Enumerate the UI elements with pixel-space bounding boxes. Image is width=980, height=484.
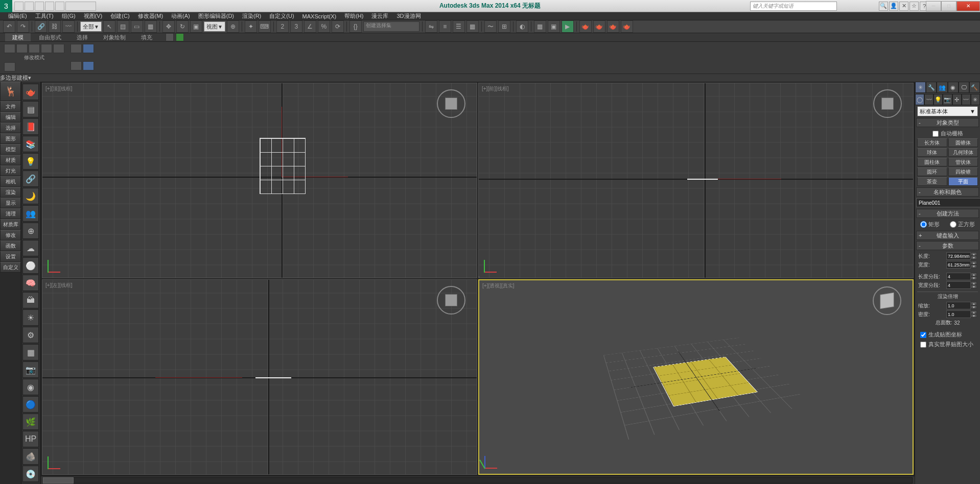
moon-tool-icon[interactable]: 🌙	[22, 188, 39, 204]
utilities-tab-icon[interactable]: 🔨	[969, 82, 980, 93]
scale-down[interactable]: ▼	[971, 305, 977, 309]
wsegs-down[interactable]: ▼	[971, 285, 977, 288]
length-up[interactable]: ▲	[971, 252, 977, 256]
select-by-name-icon[interactable]: ▤	[117, 20, 129, 33]
named-selection-sets-input[interactable]: 创建选择集	[363, 21, 419, 32]
helpers-subtab-icon[interactable]: ✢	[952, 94, 962, 105]
minimize-button[interactable]: ─	[926, 1, 941, 11]
menu-edit[interactable]: 编辑(E)	[5, 12, 30, 20]
gear-tool-icon[interactable]: ⚙	[22, 327, 39, 343]
signin-icon[interactable]: 👤	[889, 2, 898, 11]
tab-object-paint[interactable]: 对象绘制	[96, 33, 133, 41]
rock-tool-icon[interactable]: 🪨	[22, 448, 39, 465]
exchange-icon[interactable]: ✕	[899, 2, 908, 11]
redo-icon[interactable]: ↷	[17, 20, 29, 33]
menu-rendering[interactable]: 渲染(R)	[239, 12, 264, 20]
ribbon-modifier2-icon[interactable]	[83, 44, 94, 53]
length-segs-input[interactable]	[946, 273, 971, 280]
light-tool-icon[interactable]: 💡	[22, 153, 39, 170]
ribbon-face-icon[interactable]	[41, 44, 52, 53]
snap-2d-icon[interactable]: 2	[276, 20, 289, 33]
teapot-3-icon[interactable]: 🫖	[607, 20, 619, 33]
modify-tab-icon[interactable]: 🔧	[926, 82, 937, 93]
ref-coord-dropdown[interactable]: 视图 ▼	[204, 21, 225, 32]
bind-spacewarp-icon[interactable]: 〰	[62, 20, 75, 33]
vside-lights[interactable]: 灯光	[0, 165, 21, 176]
menu-modifiers[interactable]: 修改器(M)	[135, 12, 167, 20]
edit-named-sets-icon[interactable]: {}	[349, 20, 362, 33]
close-button[interactable]: ✕	[956, 1, 980, 11]
vside-camera[interactable]: 相机	[0, 176, 21, 187]
viewport-front[interactable]: [+][前][线框] GXI网 system.com	[478, 83, 914, 278]
vside-custom[interactable]: 自定义	[0, 262, 21, 273]
vside-render[interactable]: 渲染	[0, 187, 21, 198]
viewport-front-viewcube[interactable]	[872, 88, 903, 119]
polygon-modeling-dropdown[interactable]: 多边形建模▾	[0, 74, 980, 82]
box-button[interactable]: 长方体	[917, 138, 947, 147]
vside-display[interactable]: 显示	[0, 198, 21, 208]
menu-cloud-lib[interactable]: 漫云库	[368, 12, 391, 20]
align-icon[interactable]: ≡	[439, 20, 451, 33]
ribbon-modifier4-icon[interactable]	[83, 61, 94, 70]
selection-filter-dropdown[interactable]: 全部 ▼	[80, 21, 102, 32]
time-slider[interactable]	[41, 476, 915, 484]
viewport-persp-label[interactable]: [+][透视][真实]	[482, 282, 515, 289]
mountain-tool-icon[interactable]: 🏔	[22, 292, 39, 308]
cameras-subtab-icon[interactable]: 📷	[943, 94, 952, 105]
mirror-icon[interactable]: ⇋	[425, 20, 437, 33]
tab-modeling[interactable]: 建模	[5, 33, 31, 41]
pivot-center-icon[interactable]: ⊕	[227, 20, 239, 33]
brain-tool-icon[interactable]: 🧠	[22, 275, 39, 291]
viewport-top[interactable]: [+][顶][线框]	[42, 83, 477, 278]
select-scale-icon[interactable]: ▣	[190, 20, 202, 33]
snap-3d-icon[interactable]: 3	[290, 20, 302, 33]
menu-group[interactable]: 组(G)	[59, 12, 79, 20]
vside-settings[interactable]: 设置	[0, 251, 21, 262]
ribbon-collapse-icon[interactable]	[4, 62, 15, 71]
rectangle-radio[interactable]	[920, 221, 927, 228]
ribbon-poly-icon[interactable]	[4, 44, 15, 53]
cone-button[interactable]: 圆锥体	[948, 138, 978, 147]
tab-selection[interactable]: 选择	[69, 33, 95, 41]
select-rotate-icon[interactable]: ↻	[176, 20, 189, 33]
qat-new-icon[interactable]	[14, 2, 24, 11]
material-editor-icon[interactable]: ◐	[516, 20, 528, 33]
lights-subtab-icon[interactable]: 💡	[934, 94, 943, 105]
density-down[interactable]: ▼	[971, 314, 977, 318]
library-tool-icon[interactable]: 📚	[22, 136, 39, 152]
menu-tools[interactable]: 工具(T)	[32, 12, 57, 20]
parameters-rollout[interactable]: -参数	[916, 241, 979, 250]
menu-3d-network[interactable]: 3D漫游网	[393, 12, 424, 20]
motion-tab-icon[interactable]: ◉	[948, 82, 959, 93]
object-name-input[interactable]	[916, 198, 980, 207]
ribbon-edge-icon[interactable]	[16, 44, 28, 53]
keyboard-input-rollout[interactable]: +键盘输入	[916, 231, 979, 240]
torus-button[interactable]: 圆环	[917, 167, 947, 176]
viewport-left-viewcube[interactable]	[436, 285, 466, 316]
plane-button[interactable]: 平面	[948, 177, 978, 186]
object-type-rollout[interactable]: -对象类型	[916, 118, 979, 127]
spacewarps-subtab-icon[interactable]: 〰	[962, 94, 971, 105]
cloud-tool-icon[interactable]: ☁	[22, 240, 39, 256]
vside-material[interactable]: 材质	[0, 155, 21, 165]
tab-freeform[interactable]: 自由形式	[32, 33, 68, 41]
vside-select[interactable]: 选择	[0, 123, 21, 133]
select-object-icon[interactable]: ↖	[103, 20, 115, 33]
menu-maxscript[interactable]: MAXScript(X)	[299, 12, 340, 20]
sphere-button[interactable]: 球体	[917, 148, 947, 157]
length-down[interactable]: ▼	[971, 256, 977, 259]
create-tab-icon[interactable]: ✳	[915, 82, 926, 93]
qat-undo-icon[interactable]	[45, 2, 54, 11]
teapot-1-icon[interactable]: 🫖	[579, 20, 592, 33]
lsegs-down[interactable]: ▼	[971, 276, 977, 280]
viewport-left[interactable]: [+][左][线框]	[42, 279, 477, 475]
orbit-tool-icon[interactable]: ⊕	[22, 223, 39, 239]
sphere-tool-icon[interactable]: ⚪	[22, 257, 39, 274]
auto-grid-checkbox[interactable]	[932, 131, 939, 137]
menu-graph-editors[interactable]: 图形编辑器(D)	[195, 12, 237, 20]
cylinder-button[interactable]: 圆柱体	[917, 158, 947, 166]
help-search-input[interactable]: 键入关键字或短语	[750, 2, 837, 11]
pyramid-button[interactable]: 四棱锥	[948, 167, 978, 176]
angle-snap-icon[interactable]: ∠	[304, 20, 316, 33]
ribbon-modifier1-icon[interactable]	[71, 44, 82, 53]
